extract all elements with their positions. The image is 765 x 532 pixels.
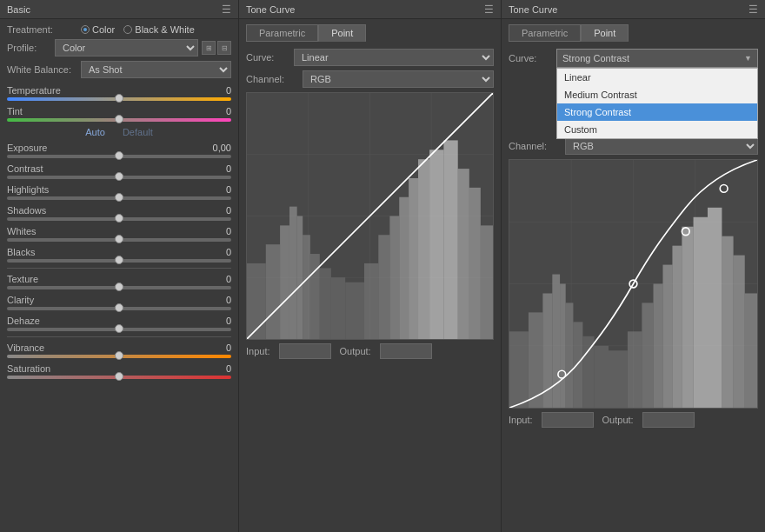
- texture-thumb[interactable]: [115, 283, 123, 291]
- output-field-right[interactable]: [642, 412, 695, 428]
- exposure-track[interactable]: [7, 155, 231, 158]
- temperature-track[interactable]: [7, 97, 231, 101]
- dehaze-thumb[interactable]: [115, 324, 123, 333]
- blacks-slider: Blacks 0: [7, 247, 231, 263]
- input-field-left[interactable]: [279, 343, 331, 359]
- svg-rect-10: [289, 207, 297, 339]
- tone-curve-right-content: Parametric Point Curve: Strong Contrast …: [502, 19, 765, 433]
- saturation-track[interactable]: [7, 376, 231, 379]
- dropdown-item-custom[interactable]: Custom: [557, 121, 757, 138]
- channel-label-left: Channel:: [246, 74, 303, 84]
- highlights-thumb[interactable]: [115, 193, 123, 202]
- profile-row: Profile: Color ⊞ ⊟: [7, 39, 231, 57]
- bw-radio[interactable]: Black & White: [123, 24, 194, 35]
- contrast-label: Contrast: [7, 163, 43, 174]
- auto-default-row: Auto Default: [7, 127, 231, 137]
- saturation-thumb[interactable]: [115, 372, 123, 381]
- svg-rect-26: [469, 188, 481, 339]
- tint-track[interactable]: [7, 118, 231, 122]
- vibrance-thumb[interactable]: [115, 351, 123, 360]
- wb-row: White Balance: As Shot: [7, 61, 231, 78]
- tab-parametric-left[interactable]: Parametric: [246, 24, 318, 42]
- tone-right-tabs: Parametric Point: [509, 24, 758, 42]
- svg-rect-53: [708, 208, 722, 408]
- svg-rect-54: [722, 236, 733, 408]
- tone-curve-left-menu-icon[interactable]: ☰: [484, 3, 494, 16]
- curve-graph-left[interactable]: [246, 92, 494, 340]
- bw-label: Black & White: [135, 24, 194, 35]
- dropdown-item-medium-contrast[interactable]: Medium Contrast: [557, 86, 757, 103]
- input-label-left: Input:: [246, 346, 270, 356]
- channel-row-right: Channel: RGB: [509, 137, 758, 155]
- tab-point-left[interactable]: Point: [318, 24, 366, 42]
- whites-track[interactable]: [7, 238, 231, 242]
- texture-label: Texture: [7, 274, 38, 284]
- svg-rect-44: [595, 346, 609, 408]
- shadows-value: 0: [201, 205, 231, 216]
- tab-parametric-right[interactable]: Parametric: [509, 24, 581, 42]
- divider-1: [7, 268, 231, 269]
- svg-rect-22: [418, 159, 429, 339]
- io-row-right: Input: Output:: [509, 412, 758, 428]
- basic-content: Treatment: Color Black & White Profile: …: [0, 19, 238, 389]
- color-radio[interactable]: Color: [81, 24, 115, 35]
- shadows-track[interactable]: [7, 217, 231, 221]
- highlights-label: Highlights: [7, 184, 49, 195]
- tone-curve-right-menu-icon[interactable]: ☰: [748, 3, 758, 16]
- tab-point-right[interactable]: Point: [581, 24, 629, 42]
- svg-rect-21: [409, 178, 418, 339]
- blacks-thumb[interactable]: [115, 256, 123, 264]
- curve-select-wrapper-right: Strong Contrast ▼ Linear Medium Contrast…: [556, 49, 758, 68]
- svg-rect-49: [662, 265, 672, 408]
- dropdown-item-strong-contrast[interactable]: Strong Contrast: [557, 103, 757, 121]
- contrast-thumb[interactable]: [115, 172, 123, 181]
- saturation-slider: Saturation 0: [7, 363, 231, 379]
- vibrance-slider: Vibrance 0: [7, 342, 231, 358]
- contrast-track[interactable]: [7, 176, 231, 179]
- clarity-thumb[interactable]: [115, 303, 123, 312]
- exposure-value: 0,00: [201, 143, 231, 153]
- exposure-thumb[interactable]: [115, 151, 123, 160]
- dropdown-item-linear[interactable]: Linear: [557, 69, 757, 86]
- curve-select-value-right: Strong Contrast: [562, 53, 629, 63]
- basic-menu-icon[interactable]: ☰: [222, 3, 231, 16]
- tint-thumb[interactable]: [115, 115, 123, 123]
- temperature-thumb[interactable]: [115, 94, 123, 103]
- texture-value: 0: [201, 274, 231, 284]
- channel-select-left[interactable]: RGB: [303, 70, 494, 88]
- svg-rect-27: [481, 225, 493, 339]
- curve-svg-left: [247, 93, 493, 339]
- svg-rect-45: [609, 350, 628, 408]
- dehaze-track[interactable]: [7, 328, 231, 331]
- curve-graph-right[interactable]: [509, 159, 758, 409]
- tint-value: 0: [201, 106, 231, 116]
- basic-title: Basic: [7, 4, 30, 15]
- exposure-label: Exposure: [7, 143, 47, 153]
- shadows-thumb[interactable]: [115, 214, 123, 223]
- profile-select[interactable]: Color: [55, 39, 198, 57]
- curve-select-display-right[interactable]: Strong Contrast ▼: [556, 49, 758, 68]
- output-field-left[interactable]: [380, 343, 432, 359]
- tone-curve-left-content: Parametric Point Curve: Linear Channel: …: [239, 19, 501, 364]
- svg-rect-17: [364, 263, 378, 339]
- input-field-right[interactable]: [542, 412, 594, 428]
- highlights-track[interactable]: [7, 196, 231, 200]
- treatment-label: Treatment:: [7, 24, 81, 35]
- texture-slider: Texture 0: [7, 274, 231, 289]
- svg-rect-50: [672, 246, 682, 408]
- blacks-track[interactable]: [7, 259, 231, 263]
- auto-button[interactable]: Auto: [85, 127, 105, 137]
- wb-select[interactable]: As Shot: [81, 61, 231, 78]
- vibrance-track[interactable]: [7, 355, 231, 358]
- default-button[interactable]: Default: [123, 127, 153, 137]
- curve-select-left[interactable]: Linear: [294, 49, 494, 66]
- profile-icon-2[interactable]: ⊟: [217, 41, 231, 55]
- clarity-track[interactable]: [7, 307, 231, 310]
- tone-curve-left-title: Tone Curve: [246, 4, 295, 15]
- whites-thumb[interactable]: [115, 235, 123, 243]
- channel-select-right[interactable]: RGB: [565, 137, 758, 155]
- svg-rect-11: [297, 216, 303, 340]
- texture-track[interactable]: [7, 286, 231, 289]
- profile-icon-1[interactable]: ⊞: [202, 41, 216, 55]
- treatment-options: Color Black & White: [81, 24, 195, 35]
